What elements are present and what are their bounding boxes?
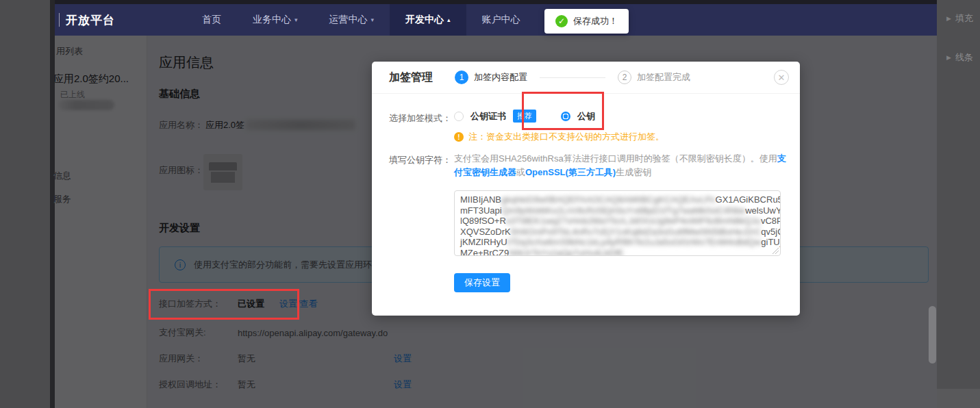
openssl-link[interactable]: OpenSSL(第三方工具) bbox=[525, 167, 616, 177]
blurred-key-segment: 5hW2mPx9TbL4nRv7cEjY1sKq8dZa3oGu6fMw0iN5… bbox=[511, 227, 762, 237]
toast-message: 保存成功！ bbox=[573, 15, 618, 27]
triangle-right-icon: ▶ bbox=[946, 15, 951, 22]
blurred-key-segment: Qm9yWd4tKx2LnV8cRz5EjH3uYs6BpD1fTg7waMk0… bbox=[502, 205, 746, 216]
radio-cert-unselected[interactable] bbox=[454, 112, 464, 121]
textarea-resize-handle[interactable] bbox=[772, 248, 779, 254]
check-icon: ✓ bbox=[555, 15, 568, 27]
public-key-textarea[interactable]: MIIBIjANBgkqhkiG9w0BAQEFAAOCAQ8AMIIBCgKC… bbox=[454, 190, 781, 256]
public-key-description: 支付宝会用SHA256withRsa算法进行接口调用时的验签（不限制密钥长度）。… bbox=[454, 152, 787, 179]
blurred-key-segment: t7Dq3vXw6mS9bNc1kLp4yRf8hTe2uJa5oGi0zWx7… bbox=[507, 237, 762, 247]
blurred-key-segment: x3Tt8EK1wqZ7vHnb2MaY5crLJd0XsUg9eP4oWiF6… bbox=[506, 216, 761, 226]
success-toast: ✓ 保存成功！ bbox=[544, 9, 629, 34]
tool-left-gutter bbox=[0, 0, 50, 408]
nav-item-business-center[interactable]: 业务中心 ▾ bbox=[237, 4, 314, 36]
top-nav: 开放平台 首页 业务中心 ▾ 运营中心 ▾ 开发中心 ▴ 账户中心 bbox=[55, 4, 937, 36]
vertical-scrollbar[interactable] bbox=[929, 306, 936, 364]
step-2-circle: 2 bbox=[618, 71, 631, 84]
step-indicator: 1 加签内容配置 2 加签配置完成 bbox=[455, 71, 690, 84]
nav-item-account-center[interactable]: 账户中心 bbox=[466, 4, 536, 36]
chevron-down-icon: ▾ bbox=[371, 16, 375, 23]
triangle-right-icon: ▶ bbox=[946, 54, 951, 61]
chevron-up-icon: ▴ bbox=[447, 16, 451, 23]
blurred-key-segment: NWJrTkYx2aQp7uHs4LbDfE bbox=[509, 248, 624, 257]
close-icon[interactable]: ✕ bbox=[774, 70, 789, 85]
brand-divider bbox=[59, 13, 60, 27]
nav-item-home[interactable]: 首页 bbox=[186, 4, 237, 36]
nav-item-operation-center[interactable]: 运营中心 ▾ bbox=[314, 4, 390, 36]
annotation-box-public-key-option bbox=[522, 92, 604, 130]
modal-title: 加签管理 bbox=[389, 71, 433, 85]
panel-item-line[interactable]: ▶ 线条 bbox=[946, 51, 973, 64]
warning-icon: ! bbox=[454, 132, 464, 142]
save-settings-button[interactable]: 保存设置 bbox=[454, 273, 510, 292]
annotation-box-sign-mode-row bbox=[149, 289, 299, 320]
step-1-circle: 1 bbox=[455, 71, 468, 84]
brand-label: 开放平台 bbox=[66, 12, 115, 28]
sign-mode-label: 选择加签模式： bbox=[389, 112, 454, 125]
step-1-label: 加签内容配置 bbox=[474, 71, 527, 84]
brand: 开放平台 bbox=[55, 4, 115, 36]
warning-note: ! 注：资金支出类接口不支持公钥的方式进行加签。 bbox=[454, 131, 664, 143]
step-2-label: 加签配置完成 bbox=[637, 71, 690, 84]
nav-item-dev-center[interactable]: 开发中心 ▴ bbox=[390, 4, 466, 36]
nav-items: 首页 业务中心 ▾ 运营中心 ▾ 开发中心 ▴ 账户中心 bbox=[186, 4, 536, 36]
annotation-tool-panel: ▶ 填充 ▶ 线条 bbox=[937, 0, 980, 408]
step-connector bbox=[540, 77, 605, 78]
blurred-key-segment: gkqhkiG9w0BAQEFAAOCAQ8AMIIBCgKCAQEAvLPz bbox=[501, 194, 716, 205]
chevron-down-icon: ▾ bbox=[294, 16, 298, 23]
panel-item-fill[interactable]: ▶ 填充 bbox=[946, 12, 973, 25]
modal-header: 加签管理 1 加签内容配置 2 加签配置完成 bbox=[372, 62, 800, 94]
cert-option-label[interactable]: 公钥证书 bbox=[470, 110, 506, 123]
public-key-label: 填写公钥字符： bbox=[389, 154, 454, 166]
